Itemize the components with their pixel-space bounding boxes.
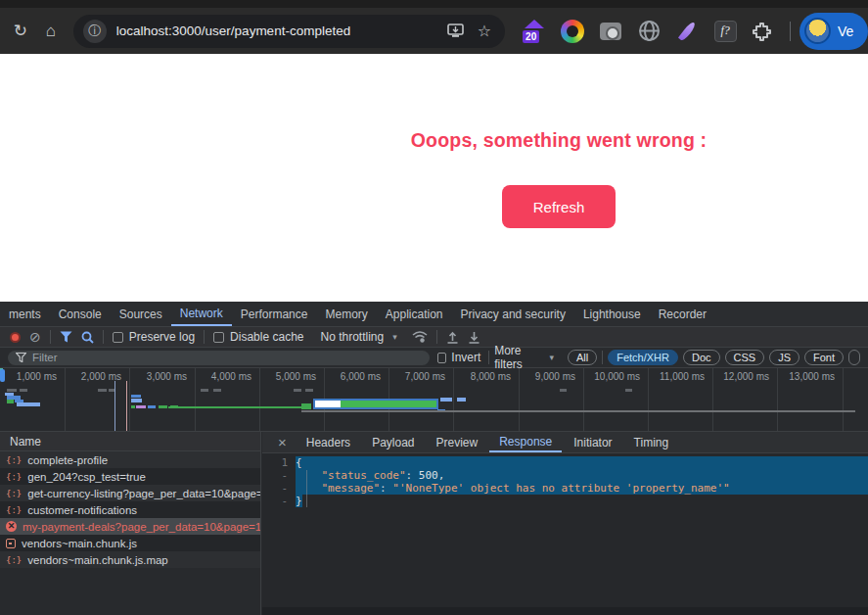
invert-checkbox[interactable]	[437, 353, 446, 363]
devtools-tab-lighthouse[interactable]: Lighthouse	[574, 302, 650, 326]
profile-chip[interactable]: Ve	[799, 13, 868, 50]
request-row[interactable]: {:}vendors~main.chunk.js.map	[0, 551, 260, 568]
code-token: ,	[438, 469, 445, 482]
code-line: - "status_code": 500,	[262, 469, 868, 482]
waterfall-bar	[440, 398, 452, 402]
request-name: complete-profile	[27, 454, 108, 466]
devtools-tab-ments[interactable]: ments	[0, 302, 50, 326]
devtools-tab-recorder[interactable]: Recorder	[650, 302, 715, 326]
reload-icon[interactable]: ↻	[10, 21, 31, 41]
type-pill-js[interactable]: JS	[769, 350, 799, 365]
more-filters-button[interactable]: More filters	[494, 344, 541, 371]
detail-tab-preview[interactable]: Preview	[427, 432, 488, 452]
toolbar-divider	[790, 22, 791, 41]
url-bar[interactable]: ⓘ localhost:3000/user/payment-completed …	[73, 15, 505, 48]
toolbar-separator	[436, 330, 437, 344]
waterfall-bar	[305, 389, 313, 392]
timeline-tick-label: 8,000 ms	[450, 371, 515, 382]
devtools-tab-console[interactable]: Console	[50, 302, 111, 326]
request-row[interactable]: {:}get-currency-listing?page_per_data=10…	[0, 485, 260, 501]
code-token: "'NoneType' object has no attribute 'pro…	[392, 482, 729, 495]
export-har-icon[interactable]	[468, 331, 480, 344]
request-row[interactable]: {:}customer-notifications	[0, 501, 260, 518]
preserve-log-checkbox[interactable]	[113, 332, 123, 343]
type-pill-all[interactable]: All	[568, 350, 597, 365]
close-detail-icon[interactable]: ×	[270, 432, 295, 452]
detail-tab-timing[interactable]: Timing	[624, 432, 679, 452]
throttling-select[interactable]: No throttling	[320, 330, 384, 344]
extensions-row: 20 f?	[522, 19, 776, 44]
devtools-tab-application[interactable]: Application	[377, 302, 452, 326]
filter-input[interactable]: Filter	[8, 351, 430, 365]
clear-icon[interactable]: ⊘	[29, 330, 41, 344]
type-pill-css[interactable]: CSS	[725, 350, 765, 365]
detail-tab-headers[interactable]: Headers	[297, 432, 360, 452]
extension-color-wheel-icon[interactable]	[560, 19, 585, 44]
request-name: customer-notifications	[27, 504, 137, 516]
network-overview[interactable]: 1,000 ms2,000 ms3,000 ms4,000 ms5,000 ms…	[0, 368, 868, 432]
devtools-tabbar: mentsConsoleSourcesNetworkPerformanceMem…	[0, 302, 868, 327]
url-text[interactable]: localhost:3000/user/payment-completed	[116, 24, 447, 38]
type-pill-doc[interactable]: Doc	[683, 350, 720, 365]
preserve-log-label: Preserve log	[129, 330, 195, 344]
request-row[interactable]: {:}gen_204?csp_test=true	[0, 468, 260, 485]
request-name: gen_204?csp_test=true	[27, 471, 146, 483]
devtools-tab-performance[interactable]: Performance	[232, 302, 317, 326]
response-code-area[interactable]: 1{- "status_code": 500,- "message": "'No…	[262, 453, 868, 607]
waterfall-bar	[560, 389, 567, 392]
avatar	[804, 18, 831, 44]
waterfall-bar	[201, 389, 208, 392]
request-name: vendors~main.chunk.js	[22, 538, 137, 549]
send-to-device-icon[interactable]	[447, 24, 464, 38]
request-error-icon: ✕	[6, 521, 17, 532]
waterfall-bar	[294, 389, 301, 392]
filter-placeholder: Filter	[32, 352, 58, 363]
filter-funnel-icon	[16, 353, 26, 362]
site-info-icon[interactable]: ⓘ	[83, 20, 107, 43]
name-column-header[interactable]: Name	[0, 432, 260, 451]
code-token: "message"	[322, 482, 381, 495]
timeline-tick-label: 6,000 ms	[320, 371, 385, 382]
devtools-tab-privacy-and-security[interactable]: Privacy and security	[452, 302, 574, 326]
type-pill-fetch-xhr[interactable]: Fetch/XHR	[608, 350, 678, 365]
request-row[interactable]: vendors~main.chunk.js	[0, 535, 260, 551]
toolbar-separator	[204, 330, 205, 344]
disable-cache-checkbox[interactable]	[213, 332, 224, 343]
detail-tab-response[interactable]: Response	[489, 432, 562, 452]
extensions-puzzle-icon[interactable]	[751, 19, 776, 44]
request-row[interactable]: {:}complete-profile	[0, 451, 260, 468]
timeline-tick-label: 12,000 ms	[708, 371, 773, 382]
extension-camera-icon[interactable]	[598, 19, 623, 44]
refresh-button[interactable]: Refresh	[502, 185, 616, 228]
type-pill-partial[interactable]	[848, 350, 860, 365]
code-token	[296, 482, 322, 495]
devtools-tab-sources[interactable]: Sources	[111, 302, 171, 326]
request-row[interactable]: ✕my-payment-deals?page_per_data=10&page=…	[0, 518, 260, 535]
record-button[interactable]	[10, 332, 21, 343]
extension-feather-icon[interactable]	[674, 19, 700, 44]
window-top-strip	[0, 0, 868, 8]
devtools-tab-memory[interactable]: Memory	[316, 302, 376, 326]
detail-tab-initiator[interactable]: Initiator	[564, 432, 621, 452]
load-event-line	[114, 381, 115, 432]
request-list: Name {:}complete-profile{:}gen_204?csp_t…	[0, 432, 261, 615]
extension-globe-icon[interactable]	[636, 19, 662, 44]
search-icon[interactable]	[81, 331, 94, 344]
type-pills: AllFetch/XHRDocCSSJSFont	[568, 350, 860, 365]
network-conditions-icon[interactable]	[412, 331, 428, 343]
filter-toggle-icon[interactable]	[60, 331, 72, 343]
type-pill-font[interactable]: Font	[804, 350, 844, 365]
code-text: "message": "'NoneType' object has no att…	[296, 482, 868, 495]
extension-badge-icon[interactable]: 20	[522, 19, 547, 44]
waterfall-bar	[20, 389, 27, 392]
devtools-tab-network[interactable]: Network	[171, 302, 232, 326]
home-icon[interactable]: ⌂	[40, 22, 62, 41]
import-har-icon[interactable]	[446, 331, 459, 344]
bookmark-star-icon[interactable]: ☆	[478, 22, 491, 40]
timeline-tick-label: 11,000 ms	[644, 371, 708, 382]
waterfall-bar	[148, 405, 156, 408]
horizontal-scrollbar[interactable]	[262, 607, 868, 615]
waterfall-bar	[7, 400, 14, 403]
extension-fonts-icon[interactable]: f?	[712, 19, 738, 44]
detail-tab-payload[interactable]: Payload	[362, 432, 424, 452]
